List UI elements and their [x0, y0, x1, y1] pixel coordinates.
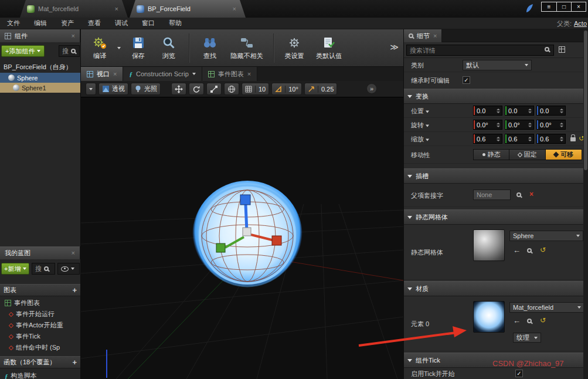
- lock-scale-icon[interactable]: [570, 137, 576, 141]
- spinner[interactable]: [495, 137, 502, 141]
- menu-edit[interactable]: 编辑: [27, 19, 54, 28]
- spinner[interactable]: [558, 109, 565, 113]
- class-defaults-button[interactable]: 类默认值: [312, 31, 346, 65]
- gizmo-y-handle[interactable]: [216, 243, 225, 252]
- spinner[interactable]: [526, 137, 533, 141]
- scrollbar-thumb[interactable]: [584, 31, 587, 170]
- rotation-x-field[interactable]: 0.0°: [473, 120, 502, 130]
- editable-when-inherited-checkbox[interactable]: ✓: [463, 76, 470, 84]
- start-with-tick-checkbox[interactable]: ✓: [515, 370, 523, 377]
- close-window-button[interactable]: ×: [571, 2, 586, 11]
- tab-viewport[interactable]: 视口 ×: [81, 67, 123, 81]
- event-item-component-hit[interactable]: 组件命中时 (Sp: [0, 342, 80, 353]
- scale-y-field[interactable]: 0.6: [505, 134, 534, 144]
- details-scrollbar[interactable]: [583, 29, 588, 379]
- add-function-button[interactable]: +: [72, 358, 77, 367]
- add-component-button[interactable]: +添加组件: [1, 45, 45, 57]
- parent-class-link[interactable]: Acto: [574, 20, 587, 27]
- restore-button[interactable]: □: [556, 2, 571, 11]
- add-new-button[interactable]: +新增: [1, 263, 29, 275]
- close-icon[interactable]: ×: [72, 250, 75, 256]
- scale-snap-button[interactable]: 0.25: [304, 83, 337, 95]
- static-mesh-section-header[interactable]: 静态网格体: [404, 209, 588, 225]
- angle-snap-value[interactable]: 10°: [285, 86, 298, 93]
- clear-socket-button[interactable]: ×: [529, 190, 533, 198]
- location-x-field[interactable]: 0.0: [473, 106, 502, 116]
- component-tree-item-sphere1[interactable]: Sphere1: [0, 83, 80, 93]
- spinner[interactable]: [526, 109, 533, 113]
- scale-snap-value[interactable]: 0.25: [318, 86, 334, 93]
- materials-section-header[interactable]: 材质: [404, 281, 588, 296]
- save-button[interactable]: 保存: [125, 31, 151, 65]
- compile-options-chevron[interactable]: [117, 47, 121, 49]
- mobility-stationary-option[interactable]: 固定: [509, 149, 546, 160]
- transform-section-header[interactable]: 变换: [404, 89, 588, 104]
- hide-unrelated-button[interactable]: 隐藏不相关: [227, 31, 266, 65]
- close-icon[interactable]: ×: [433, 33, 437, 39]
- viewport-3d[interactable]: [81, 97, 403, 379]
- event-item-actor-begin-overlap[interactable]: 事件Actor开始重: [0, 320, 80, 331]
- material-dropdown[interactable]: Mat_forcefield: [509, 302, 584, 313]
- use-selected-asset-button[interactable]: ←: [513, 316, 521, 325]
- spinner[interactable]: [526, 123, 533, 127]
- perspective-button[interactable]: 透视: [98, 83, 128, 95]
- minimize-button[interactable]: ≡: [542, 2, 556, 11]
- static-mesh-thumbnail[interactable]: [473, 229, 505, 261]
- rotate-tool-button[interactable]: [189, 83, 204, 95]
- mobility-movable-option[interactable]: 可移: [546, 149, 582, 160]
- spinner[interactable]: [495, 123, 502, 127]
- components-search-box[interactable]: 搜: [59, 45, 80, 57]
- rotation-y-field[interactable]: 0.0°: [505, 120, 534, 130]
- graph-item-event-graph[interactable]: 事件图表: [0, 297, 80, 309]
- texture-dropdown-button[interactable]: 纹理: [513, 333, 541, 343]
- gizmo-center-handle[interactable]: [243, 228, 251, 236]
- translate-tool-button[interactable]: [171, 83, 186, 95]
- my-blueprint-panel-tab[interactable]: 我的蓝图 ×: [0, 246, 80, 259]
- browse-to-asset-button[interactable]: [527, 319, 532, 323]
- display-filter-button[interactable]: [559, 46, 565, 53]
- viewport-toolbar-more-button[interactable]: »: [366, 83, 377, 94]
- scale-tool-button[interactable]: [206, 83, 222, 95]
- angle-snap-button[interactable]: 10°: [271, 83, 302, 95]
- component-tree-item-self[interactable]: BP_ForceField（自身）: [0, 62, 80, 72]
- asset-tab-bp-forcefield[interactable]: BP_ForceField ×: [130, 0, 246, 18]
- menu-debug[interactable]: 调试: [108, 19, 135, 28]
- details-panel-tab[interactable]: 细节 ×: [404, 29, 442, 42]
- grid-snap-value[interactable]: 10: [255, 86, 266, 93]
- spinner[interactable]: [558, 137, 565, 141]
- menu-help[interactable]: 帮助: [162, 19, 189, 28]
- close-icon[interactable]: ×: [113, 71, 117, 77]
- toolbar-overflow-chevron[interactable]: ≫: [390, 42, 399, 52]
- menu-asset[interactable]: 资产: [54, 19, 81, 28]
- viewport-options-button[interactable]: [86, 83, 96, 95]
- menu-window[interactable]: 窗口: [135, 19, 162, 28]
- scale-z-field[interactable]: 0.6: [536, 134, 566, 144]
- function-item-construction-script[interactable]: ƒ 构造脚本: [0, 370, 80, 379]
- gizmo-z-handle[interactable]: [240, 195, 250, 205]
- scale-x-field[interactable]: 0.6: [473, 134, 502, 144]
- spinner[interactable]: [495, 109, 502, 113]
- event-item-tick[interactable]: 事件Tick: [0, 331, 80, 342]
- browse-to-asset-button[interactable]: [527, 248, 532, 253]
- rotation-z-field[interactable]: 0.0°: [536, 120, 566, 130]
- category-dropdown[interactable]: 默认: [463, 60, 532, 70]
- grid-snap-button[interactable]: 10: [242, 83, 269, 95]
- lit-mode-button[interactable]: 光照: [131, 83, 161, 95]
- gizmo-x-handle[interactable]: [272, 236, 281, 245]
- socket-search-icon[interactable]: [516, 192, 521, 197]
- tab-event-graph[interactable]: 事件图表 ×: [202, 67, 257, 81]
- menu-file[interactable]: 文件: [0, 19, 27, 28]
- location-y-field[interactable]: 0.0: [505, 106, 534, 116]
- asset-tab-mat-forcefield[interactable]: Mat_forcefield ×: [20, 0, 128, 18]
- components-panel-tab[interactable]: 组件 ×: [0, 29, 80, 42]
- sockets-section-header[interactable]: 插槽: [404, 168, 588, 184]
- class-settings-button[interactable]: 类设置: [281, 31, 307, 65]
- close-icon[interactable]: ×: [233, 6, 236, 12]
- my-blueprint-search-box[interactable]: 搜: [32, 263, 55, 275]
- details-search-input[interactable]: [406, 45, 554, 56]
- location-z-field[interactable]: 0.0: [536, 106, 566, 116]
- find-button[interactable]: 查找: [197, 31, 223, 65]
- gizmo-z-axis[interactable]: [246, 204, 247, 231]
- static-mesh-dropdown[interactable]: Sphere: [509, 231, 583, 241]
- close-icon[interactable]: ×: [115, 6, 118, 12]
